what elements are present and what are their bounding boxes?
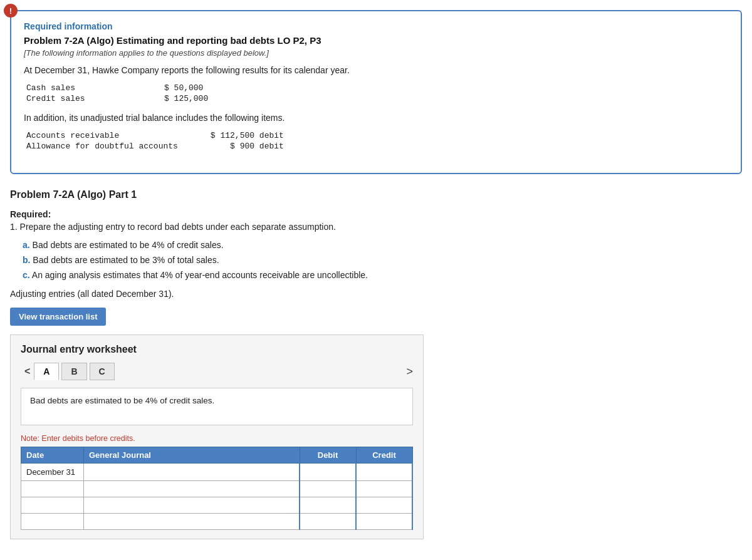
balance-value: $ 900 debit bbox=[185, 141, 291, 152]
sub-item: c. An aging analysis estimates that 4% o… bbox=[23, 268, 742, 283]
problem-subtitle: [The following information applies to th… bbox=[24, 48, 728, 58]
cell-debit[interactable] bbox=[300, 514, 356, 530]
tab-nav-left[interactable]: < bbox=[21, 365, 34, 378]
cell-credit[interactable] bbox=[356, 497, 412, 514]
sales-value: $ 125,000 bbox=[162, 93, 216, 104]
table-row bbox=[21, 497, 413, 514]
journal-title: Journal entry worksheet bbox=[21, 344, 413, 355]
cell-debit[interactable] bbox=[300, 464, 356, 481]
cell-date[interactable]: December 31 bbox=[21, 464, 84, 481]
table-row: December 31 bbox=[21, 464, 413, 481]
view-transaction-button[interactable]: View transaction list bbox=[10, 308, 106, 326]
addition-text: In addition, its unadjusted trial balanc… bbox=[24, 113, 728, 123]
journal-worksheet: Journal entry worksheet < ABC > Bad debt… bbox=[10, 334, 424, 539]
problem-part-title: Problem 7-2A (Algo) Part 1 bbox=[10, 189, 742, 200]
balance-row: Accounts receivable$ 112,500 debit bbox=[24, 130, 291, 141]
sub-item-text: Bad debts are estimated to be 4% of cred… bbox=[33, 240, 224, 250]
tab-b[interactable]: B bbox=[61, 363, 86, 380]
required-info-box: ! Required information Problem 7-2A (Alg… bbox=[10, 10, 742, 174]
tab-a[interactable]: A bbox=[34, 363, 59, 380]
cell-date[interactable] bbox=[21, 497, 84, 514]
sub-item-label: c. bbox=[23, 270, 30, 280]
sub-item-label: b. bbox=[23, 255, 30, 265]
cell-journal[interactable] bbox=[84, 464, 300, 481]
cell-debit[interactable] bbox=[300, 497, 356, 514]
balance-row: Allowance for doubtful accounts$ 900 deb… bbox=[24, 141, 291, 152]
balance-label: Allowance for doubtful accounts bbox=[24, 141, 185, 152]
sub-items-list: a. Bad debts are estimated to be 4% of c… bbox=[23, 238, 742, 283]
col-header-credit: Credit bbox=[356, 447, 412, 464]
note-text: Note: Enter debits before credits. bbox=[21, 434, 413, 443]
cell-journal[interactable] bbox=[84, 481, 300, 497]
cell-journal[interactable] bbox=[84, 497, 300, 514]
sales-value: $ 50,000 bbox=[162, 83, 216, 93]
cell-date[interactable] bbox=[21, 481, 84, 497]
journal-table: DateGeneral JournalDebitCredit December … bbox=[21, 447, 413, 530]
required-instruction: 1. Prepare the adjusting entry to record… bbox=[10, 222, 742, 232]
sales-row: Credit sales$ 125,000 bbox=[24, 93, 216, 104]
col-header-debit: Debit bbox=[300, 447, 356, 464]
tab-c[interactable]: C bbox=[90, 363, 115, 380]
table-row bbox=[21, 481, 413, 497]
tabs-row: < ABC > bbox=[21, 363, 413, 380]
sub-item: b. Bad debts are estimated to be 3% of t… bbox=[23, 253, 742, 268]
cell-date[interactable] bbox=[21, 514, 84, 530]
cell-credit[interactable] bbox=[356, 514, 412, 530]
col-header-date: Date bbox=[21, 447, 84, 464]
required-info-title: Required information bbox=[24, 21, 728, 31]
sales-row: Cash sales$ 50,000 bbox=[24, 83, 216, 93]
adjusting-note: Adjusting entries (all dated December 31… bbox=[10, 289, 742, 299]
sub-item-text: Bad debts are estimated to be 3% of tota… bbox=[33, 255, 219, 265]
cell-credit[interactable] bbox=[356, 464, 412, 481]
balance-label: Accounts receivable bbox=[24, 130, 185, 141]
tab-description: Bad debts are estimated to be 4% of cred… bbox=[21, 388, 413, 425]
balance-value: $ 112,500 debit bbox=[185, 130, 291, 141]
sub-item-text: An aging analysis estimates that 4% of y… bbox=[32, 270, 368, 280]
sales-data-table: Cash sales$ 50,000Credit sales$ 125,000 bbox=[24, 83, 216, 104]
cell-journal[interactable] bbox=[84, 514, 300, 530]
cell-credit[interactable] bbox=[356, 481, 412, 497]
tab-nav-right[interactable]: > bbox=[406, 365, 413, 378]
cell-debit[interactable] bbox=[300, 481, 356, 497]
problem-main-title: Problem 7-2A (Algo) Estimating and repor… bbox=[24, 35, 728, 46]
sub-item-label: a. bbox=[23, 240, 30, 250]
alert-icon: ! bbox=[4, 4, 18, 18]
intro-text: At December 31, Hawke Company reports th… bbox=[24, 65, 728, 75]
balance-data-table: Accounts receivable$ 112,500 debitAllowa… bbox=[24, 130, 291, 152]
table-row bbox=[21, 514, 413, 530]
sales-label: Credit sales bbox=[24, 93, 162, 104]
col-header-general-journal: General Journal bbox=[84, 447, 300, 464]
sales-label: Cash sales bbox=[24, 83, 162, 93]
required-label: Required: bbox=[10, 209, 742, 219]
sub-item: a. Bad debts are estimated to be 4% of c… bbox=[23, 238, 742, 253]
